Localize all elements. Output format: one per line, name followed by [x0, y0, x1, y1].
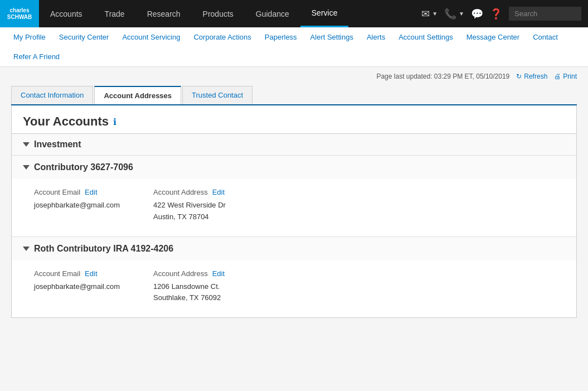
subnav-alert-settings[interactable]: Alert Settings: [304, 27, 360, 47]
contributory-account-details: Account Email Edit josephbarkate@gmail.c…: [12, 179, 576, 236]
roth-email-label-row: Account Email Edit: [34, 269, 120, 278]
tab-account-addresses[interactable]: Account Addresses: [94, 86, 181, 104]
print-label: Print: [563, 73, 577, 80]
roth-address-edit[interactable]: Edit: [212, 269, 225, 278]
contributory-email-section: Account Email Edit josephbarkate@gmail.c…: [34, 188, 120, 223]
content-area: Page last updated: 03:29 PM ET, 05/10/20…: [0, 67, 588, 324]
contributory-email-label-row: Account Email Edit: [34, 188, 120, 196]
contributory-address-value: 422 West Riverside Dr Austin, TX 78704: [153, 200, 226, 223]
tab-contact-information[interactable]: Contact Information: [11, 86, 93, 104]
roth-chevron-icon: [23, 247, 30, 251]
contributory-email-label: Account Email: [34, 188, 80, 196]
investment-section: Investment Contributory 3627-7096 Accoun…: [12, 133, 576, 317]
print-link[interactable]: 🖨 Print: [554, 73, 577, 80]
subnav-corporate-actions[interactable]: Corporate Actions: [187, 27, 257, 47]
subnav-account-settings[interactable]: Account Settings: [392, 27, 460, 47]
main-panel: Your Accounts ℹ Investment Contributory …: [11, 105, 577, 318]
nav-item-accounts[interactable]: Accounts: [39, 0, 94, 27]
contributory-chevron-icon: [23, 165, 30, 170]
phone-icon[interactable]: 📞 ▼: [444, 8, 464, 20]
roth-account-details: Account Email Edit josephbarkate@gmail.c…: [12, 260, 576, 318]
nav-item-products[interactable]: Products: [192, 0, 245, 27]
tab-bar: Contact Information Account Addresses Tr…: [11, 86, 577, 105]
investment-section-header[interactable]: Investment: [12, 134, 576, 155]
print-icon: 🖨: [554, 73, 561, 80]
roth-email-value: josephbarkate@gmail.com: [34, 281, 120, 293]
top-navigation: charles SCHWAB Accounts Trade Research P…: [0, 0, 588, 27]
subnav-my-profile[interactable]: My Profile: [7, 27, 52, 47]
panel-title: Your Accounts: [23, 114, 109, 129]
panel-header: Your Accounts ℹ: [12, 105, 576, 133]
search-input[interactable]: [509, 7, 581, 21]
nav-item-guidance[interactable]: Guidance: [245, 0, 300, 27]
refresh-icon: ↻: [516, 73, 522, 80]
logo-line1: charles: [7, 7, 32, 14]
contributory-account-card: Contributory 3627-7096 Account Email Edi…: [12, 155, 576, 236]
nav-right: ✉ ▼ 📞 ▼ 💬 ❓: [421, 7, 588, 21]
roth-email-edit[interactable]: Edit: [85, 269, 97, 278]
contributory-address-edit[interactable]: Edit: [212, 188, 225, 196]
roth-address-value: 1206 Lansdowne Ct. Southlake, TX 76092: [153, 281, 225, 305]
sub-navigation: My Profile Security Center Account Servi…: [0, 27, 588, 67]
refresh-link[interactable]: ↻ Refresh: [516, 73, 547, 80]
last-updated-text: Page last updated: 03:29 PM ET, 05/10/20…: [376, 73, 509, 80]
chat-icon[interactable]: 💬: [471, 8, 483, 20]
subnav-paperless[interactable]: Paperless: [258, 27, 304, 47]
roth-email-label: Account Email: [34, 269, 80, 278]
last-updated-bar: Page last updated: 03:29 PM ET, 05/10/20…: [11, 73, 577, 80]
nav-items: Accounts Trade Research Products Guidanc…: [39, 0, 421, 27]
roth-email-section: Account Email Edit josephbarkate@gmail.c…: [34, 269, 120, 305]
nav-item-trade[interactable]: Trade: [94, 0, 136, 27]
contributory-email-edit[interactable]: Edit: [85, 188, 97, 196]
subnav-refer-a-friend[interactable]: Refer A Friend: [7, 47, 66, 66]
nav-item-service[interactable]: Service: [300, 0, 349, 27]
roth-account-header[interactable]: Roth Contributory IRA 4192-4206: [12, 237, 576, 260]
subnav-account-servicing[interactable]: Account Servicing: [115, 27, 187, 47]
contributory-account-name: Contributory 3627-7096: [34, 162, 133, 172]
investment-section-title: Investment: [34, 139, 81, 149]
help-icon[interactable]: ❓: [490, 8, 502, 20]
mail-icon[interactable]: ✉ ▼: [421, 8, 438, 20]
logo-line2: SCHWAB: [7, 14, 32, 21]
roth-address-label: Account Address: [153, 269, 208, 278]
subnav-alerts[interactable]: Alerts: [360, 27, 392, 47]
info-icon[interactable]: ℹ: [113, 117, 116, 127]
roth-address-section: Account Address Edit 1206 Lansdowne Ct. …: [153, 269, 225, 305]
contributory-address-line2: Austin, TX 78704: [153, 211, 226, 223]
contributory-address-label-row: Account Address Edit: [153, 188, 226, 196]
contributory-account-header[interactable]: Contributory 3627-7096: [12, 156, 576, 179]
refresh-label: Refresh: [524, 73, 547, 80]
roth-address-label-row: Account Address Edit: [153, 269, 225, 278]
subnav-message-center[interactable]: Message Center: [460, 27, 526, 47]
investment-chevron-icon: [23, 142, 30, 147]
subnav-contact[interactable]: Contact: [526, 27, 565, 47]
roth-account-card: Roth Contributory IRA 4192-4206 Account …: [12, 236, 576, 318]
tab-trusted-contact[interactable]: Trusted Contact: [182, 86, 252, 104]
roth-address-line1: 1206 Lansdowne Ct.: [153, 281, 225, 293]
roth-address-line2: Southlake, TX 76092: [153, 292, 225, 304]
contributory-address-line1: 422 West Riverside Dr: [153, 200, 226, 211]
nav-item-research[interactable]: Research: [136, 0, 192, 27]
roth-account-name: Roth Contributory IRA 4192-4206: [34, 244, 173, 254]
contributory-address-section: Account Address Edit 422 West Riverside …: [153, 188, 226, 223]
schwab-logo[interactable]: charles SCHWAB: [0, 0, 39, 27]
subnav-security-center[interactable]: Security Center: [52, 27, 116, 47]
contributory-address-label: Account Address: [153, 188, 208, 196]
contributory-email-value: josephbarkate@gmail.com: [34, 200, 120, 211]
